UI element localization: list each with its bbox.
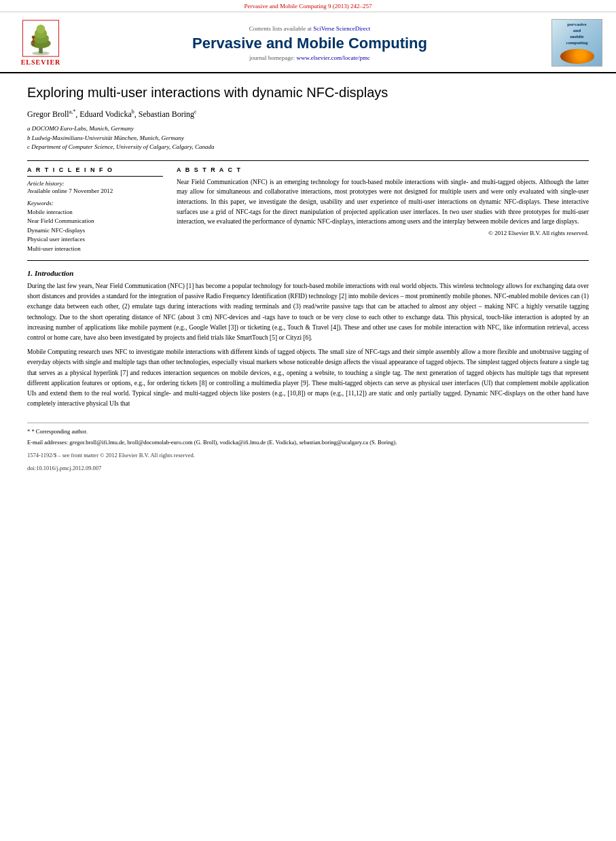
doi-line: doi:10.1016/j.pmcj.2012.09.007 (27, 464, 589, 473)
article-title: Exploring multi-user interactions with d… (27, 84, 589, 101)
divider-2 (27, 260, 589, 261)
keyword-2: Near Field Communication (27, 217, 163, 226)
email-label: E-mail addresses: (27, 439, 68, 446)
journal-title-block: Contents lists available at SciVerse Sci… (75, 25, 545, 61)
sciverse-link[interactable]: SciVerse ScienceDirect (313, 25, 370, 32)
elsevier-wordmark: ELSEVIER (21, 58, 61, 66)
copyright: © 2012 Elsevier B.V. All rights reserved… (177, 230, 589, 236)
divider-1 (27, 160, 589, 161)
article-info-heading: A R T I C L E I N F O (27, 166, 163, 173)
top-bar: Pervasive and Mobile Computing 9 (2013) … (0, 0, 616, 12)
affiliations: a DOCOMO Euro-Labs, Munich, Germany b Lu… (27, 124, 589, 152)
intro-paragraph-2: Mobile Computing research uses NFC to in… (27, 347, 589, 409)
keywords-label: Keywords: (27, 200, 163, 207)
svg-point-8 (32, 35, 35, 39)
authors-line: Gregor Brolla,*, Eduard Vodickab, Sebast… (27, 108, 589, 120)
author-gregor: Gregor Broll (27, 109, 69, 119)
contents-available-text: Contents lists available at SciVerse Sci… (75, 25, 545, 32)
journal-citation: Pervasive and Mobile Computing 9 (2013) … (244, 3, 372, 10)
corresponding-author-note: * * Corresponding author. (27, 427, 589, 436)
footer: * * Corresponding author. E-mail address… (27, 423, 589, 472)
keyword-4: Physical user interfaces (27, 235, 163, 245)
affil-a: a DOCOMO Euro-Labs, Munich, Germany (27, 124, 589, 134)
svg-point-7 (37, 24, 46, 33)
history-label: Article history: (27, 180, 163, 187)
keyword-3: Dynamic NFC-displays (27, 226, 163, 236)
abstract-text: Near Field Communication (NFC) is an eme… (177, 177, 589, 228)
journal-name: Pervasive and Mobile Computing (75, 35, 545, 52)
keyword-1: Mobile interaction (27, 208, 163, 217)
journal-header: ELSEVIER Contents lists available at Sci… (0, 12, 616, 73)
content-area: Exploring multi-user interactions with d… (0, 73, 616, 479)
keywords-section: Keywords: Mobile interaction Near Field … (27, 200, 163, 254)
email-note: E-mail addresses: gregor.broll@ifi.lmu.d… (27, 438, 589, 447)
email-values: gregor.broll@ifi.lmu.de, broll@docomolab… (69, 439, 397, 446)
journal-homepage-text: journal homepage: www.elsevier.com/locat… (75, 54, 545, 61)
issn-line: 1574-1192/$ – see front matter © 2012 El… (27, 451, 589, 460)
intro-paragraph-1: During the last few years, Near Field Co… (27, 281, 589, 343)
keyword-5: Multi-user interaction (27, 245, 163, 254)
svg-point-3 (32, 52, 50, 56)
abstract-section: A B S T R A C T Near Field Communication… (177, 166, 589, 254)
elsevier-tree-icon (20, 20, 61, 57)
abstract-heading: A B S T R A C T (177, 166, 589, 173)
journal-thumbnail: pervasive and mobile computing (551, 19, 602, 67)
homepage-link[interactable]: www.elsevier.com/locate/pmc (297, 54, 370, 61)
affil-b: b Ludwig-Maximilians-Universität München… (27, 134, 589, 143)
intro-title: Introduction (35, 269, 73, 277)
article-info-column: A R T I C L E I N F O Article history: A… (27, 166, 163, 254)
elsevier-logo: ELSEVIER (14, 20, 68, 66)
info-abstract-section: A R T I C L E I N F O Article history: A… (27, 166, 589, 254)
intro-heading: 1. Introduction (27, 269, 589, 277)
affil-c: c Department of Computer Science, Univer… (27, 143, 589, 152)
history-value: Available online 7 November 2012 (27, 187, 163, 194)
star-symbol: * (27, 428, 30, 435)
